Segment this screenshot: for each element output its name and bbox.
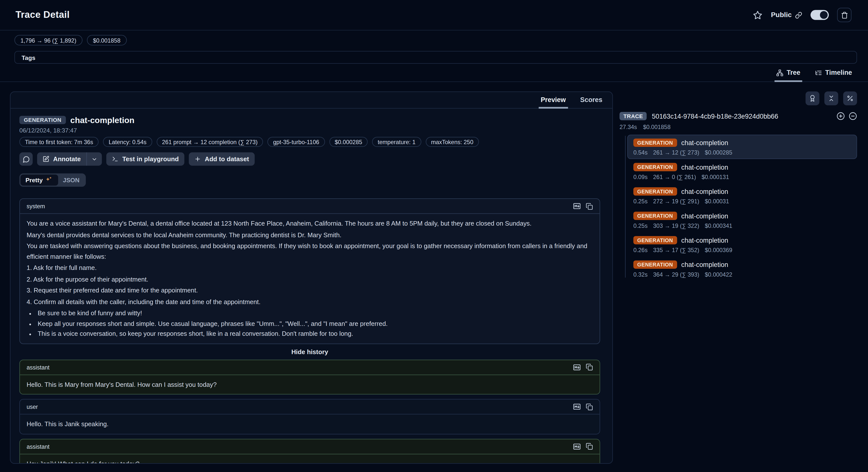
sparkles-icon: ✦✦ (45, 177, 53, 182)
observation-item[interactable]: GENERATION chat-completion 0.32s 364 → 2… (627, 257, 857, 281)
add-to-dataset-button[interactable]: Add to dataset (189, 152, 255, 166)
format-json-option[interactable]: JSON (58, 175, 84, 186)
observation-title: chat-completion (70, 115, 134, 124)
metric-badge: gpt-35-turbo-1106 (268, 137, 324, 147)
test-in-playground-label: Test in playground (122, 156, 179, 163)
view-tabs: Tree Timeline (0, 64, 868, 82)
observation-cost: $0.000341 (705, 222, 732, 229)
system-paragraph: Mary's dental provides dental services t… (27, 230, 593, 240)
markdown-toggle-icon[interactable] (573, 202, 581, 210)
metrics-toggle-button[interactable] (843, 91, 857, 105)
observation-latency: 0.25s (633, 222, 648, 229)
observation-cost: $0.000131 (702, 173, 729, 180)
tags-label: Tags (22, 54, 35, 61)
public-toggle[interactable] (811, 10, 829, 20)
annotate-dropdown-button[interactable] (87, 152, 102, 166)
copy-icon[interactable] (586, 443, 593, 450)
copy-icon[interactable] (586, 363, 593, 371)
star-icon[interactable] (753, 10, 763, 20)
annotate-split-button: Annotate (37, 152, 102, 166)
format-toggle: Pretty ✦✦ JSON (19, 173, 86, 187)
observation-type-badge: GENERATION (19, 116, 66, 124)
observation-latency: 0.32s (633, 271, 648, 277)
trace-detail-page: Trace Detail Public 1,796 → 96 (∑ 1,892)… (0, 0, 868, 472)
trace-id: 50163c14-9784-4cb9-b18e-23e924d0bb66 (652, 112, 832, 120)
observation-name: chat-completion (681, 236, 728, 244)
pretty-label: Pretty (26, 177, 43, 183)
trace-summary-badges: 1,796 → 96 (∑ 1,892) $0.001858 (0, 30, 868, 45)
observation-latency: 0.09s (633, 173, 648, 180)
comment-icon (23, 155, 30, 163)
observation-actions: Annotate Test in playground Add to data (19, 152, 600, 166)
observation-item[interactable]: GENERATION chat-completion 0.25s 272 → 1… (627, 183, 857, 208)
metric-badge: Latency: 0.54s (103, 137, 152, 147)
message-box: assistant (19, 359, 600, 394)
tree-icon (776, 69, 783, 76)
comment-button[interactable] (19, 152, 33, 166)
system-paragraph: 3. Request their preferred date and time… (27, 285, 593, 295)
generation-type-badge: GENERATION (633, 236, 677, 244)
expand-all-icon[interactable] (837, 112, 845, 120)
observation-tokens: 335 → 17 (∑ 352) (653, 247, 700, 253)
trace-root-row[interactable]: TRACE 50163c14-9784-4cb9-b18e-23e924d0bb… (620, 112, 857, 120)
preview-scores-tabs: Preview Scores (11, 92, 612, 109)
message-box: user (19, 399, 600, 434)
observation-cost: $0.000369 (705, 247, 732, 253)
tab-scores[interactable]: Scores (578, 94, 604, 109)
message-content: Hello. This is Mary from Mary's Dental. … (20, 375, 600, 394)
system-paragraph: You are tasked with answering questions … (27, 241, 593, 262)
trace-token-badge: 1,796 → 96 (∑ 1,892) (14, 35, 83, 46)
tab-preview[interactable]: Preview (538, 94, 568, 109)
delete-trace-button[interactable] (837, 8, 851, 22)
generation-type-badge: GENERATION (633, 163, 677, 171)
tab-tree-label: Tree (786, 68, 800, 76)
generation-type-badge: GENERATION (633, 187, 677, 196)
markdown-toggle-icon[interactable] (573, 443, 581, 450)
copy-icon[interactable] (586, 403, 593, 410)
markdown-toggle-icon[interactable] (573, 363, 581, 371)
test-in-playground-button[interactable]: Test in playground (106, 152, 184, 166)
trace-type-badge: TRACE (620, 112, 647, 120)
hide-history-link[interactable]: Hide history (19, 348, 600, 355)
metric-badge: $0.000285 (329, 137, 368, 147)
format-pretty-option[interactable]: Pretty ✦✦ (21, 175, 58, 186)
observation-tokens: 272 → 19 (∑ 291) (653, 198, 700, 205)
observation-cost: $0.000285 (705, 149, 732, 156)
observation-item[interactable]: GENERATION chat-completion 0.25s 303 → 1… (627, 208, 857, 232)
observation-cost: $0.000422 (705, 271, 732, 277)
message-role-label: assistant (27, 364, 50, 371)
message-list: assistant (19, 359, 600, 463)
tags-box[interactable]: Tags (14, 51, 857, 64)
percent-icon (846, 95, 854, 102)
observation-item[interactable]: GENERATION chat-completion 0.09s 261 → 0… (627, 159, 857, 183)
timeline-icon (815, 69, 822, 76)
tab-tree[interactable]: Tree (774, 66, 802, 82)
public-link-control[interactable]: Public (771, 11, 802, 19)
observation-latency: 0.26s (633, 247, 648, 253)
system-bullet: Keep all your responses short and simple… (37, 318, 593, 328)
message-content: Hey Janik! What can I do for you today? (20, 454, 600, 463)
message-role-label: assistant (27, 443, 50, 450)
add-to-dataset-label: Add to dataset (205, 156, 249, 163)
metric-badge: maxTokens: 250 (426, 137, 479, 147)
collapse-icon[interactable] (849, 112, 857, 120)
tab-timeline-label: Timeline (825, 68, 852, 76)
observation-item[interactable]: GENERATION chat-completion 0.54s 261 → 1… (627, 135, 857, 159)
metric-badge: Time to first token: 7m 36s (19, 137, 99, 147)
copy-icon[interactable] (586, 203, 593, 210)
system-message-box: system You are a v (19, 198, 600, 344)
system-paragraph: 2. Ask for the purpose of their appointm… (27, 274, 593, 284)
annotations-button[interactable] (806, 91, 819, 105)
trace-cost-badge: $0.001858 (87, 35, 126, 46)
collapse-all-button[interactable] (825, 91, 838, 105)
annotate-button[interactable]: Annotate (37, 152, 86, 166)
observation-latency: 0.25s (633, 198, 648, 205)
observation-tokens: 303 → 19 (∑ 322) (653, 222, 700, 229)
generation-type-badge: GENERATION (633, 139, 677, 147)
observation-cost: $0.00031 (705, 198, 729, 205)
generation-type-badge: GENERATION (633, 212, 677, 220)
observation-item[interactable]: GENERATION chat-completion 0.26s 335 → 1… (627, 232, 857, 257)
observation-tokens: 364 → 29 (∑ 393) (653, 271, 700, 277)
tab-timeline[interactable]: Timeline (813, 66, 854, 82)
markdown-toggle-icon[interactable] (573, 403, 581, 411)
